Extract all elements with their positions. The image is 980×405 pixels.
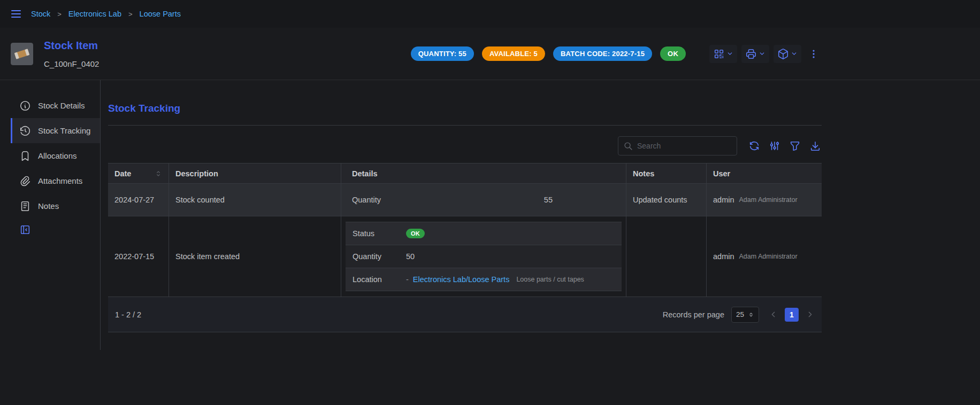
details-cell: Status OK Quantity 50 Location	[341, 216, 626, 297]
breadcrumb-stock[interactable]: Stock	[31, 10, 50, 18]
detail-key: Quantity	[352, 196, 405, 204]
column-header-details: Details	[341, 163, 626, 183]
menu-icon[interactable]	[10, 7, 22, 20]
batch-code-badge: BATCH CODE: 2022-7-15	[553, 46, 652, 61]
selector-icon	[748, 311, 754, 318]
search-box	[618, 136, 737, 155]
column-header-notes: Notes	[626, 163, 706, 183]
record-range: 1 - 2 / 2	[115, 310, 141, 319]
page-header: Stock Item C_100nF_0402 QUANTITY: 55 AVA…	[0, 28, 832, 80]
records-per-page-label: Records per page	[663, 310, 724, 319]
breadcrumb-loose-parts[interactable]: Loose Parts	[140, 10, 181, 18]
adjustments-icon[interactable]	[768, 139, 781, 152]
dots-vertical-icon	[808, 48, 820, 60]
description-cell: Stock item created	[169, 216, 341, 297]
available-badge: AVAILABLE: 5	[482, 46, 545, 61]
quantity-badge: QUANTITY: 55	[411, 46, 474, 61]
table-row: 2022-07-15 Stock item created Status OK …	[108, 216, 822, 297]
cube-icon	[777, 48, 789, 60]
refresh-icon[interactable]	[748, 139, 761, 152]
download-icon[interactable]	[809, 139, 822, 152]
more-options-button[interactable]	[806, 45, 822, 63]
breadcrumb-electronics-lab[interactable]: Electronics Lab	[68, 10, 121, 18]
barcode-actions-button[interactable]	[709, 45, 737, 63]
sidebar-item-label: Stock Tracking	[38, 126, 90, 135]
detail-value: 50	[406, 252, 415, 261]
table-toolbar	[108, 136, 822, 155]
page-1-button[interactable]: 1	[785, 308, 799, 322]
column-label: Date	[114, 169, 131, 178]
detail-row-quantity: Quantity 50	[346, 245, 622, 268]
search-input[interactable]	[637, 142, 731, 150]
detail-row-status: Status OK	[346, 222, 622, 245]
topbar: Stock > Electronics Lab > Loose Parts	[0, 0, 980, 28]
stock-item-thumbnail[interactable]	[11, 43, 33, 65]
qrcode-icon	[713, 48, 725, 60]
status-badges: QUANTITY: 55 AVAILABLE: 5 BATCH CODE: 20…	[411, 46, 686, 61]
title-block: Stock Item C_100nF_0402	[44, 40, 99, 68]
note-icon	[19, 200, 31, 212]
stock-item-name: C_100nF_0402	[44, 59, 99, 68]
history-icon	[19, 125, 31, 137]
date-cell: 2022-07-15	[108, 216, 169, 297]
details-cell: Quantity 55	[341, 184, 626, 216]
chevron-right-icon	[806, 310, 815, 319]
user-fullname: Adam Administrator	[739, 196, 798, 204]
header-actions	[709, 45, 822, 63]
table-header-row: Date Description Details Notes User	[108, 163, 822, 184]
column-header-user: User	[706, 163, 822, 183]
stock-operations-button[interactable]	[774, 45, 801, 63]
sidebar-item-notes[interactable]: Notes	[11, 193, 100, 219]
location-description: Loose parts / cut tapes	[516, 276, 584, 283]
chevron-down-icon	[726, 50, 733, 57]
column-label: Details	[352, 169, 378, 178]
detail-value-prefix: -	[406, 275, 409, 284]
detail-key: Quantity	[353, 252, 406, 261]
column-header-description: Description	[169, 163, 341, 183]
panel-heading: Stock Tracking	[108, 103, 822, 114]
filter-icon[interactable]	[788, 139, 801, 152]
username: admin	[713, 252, 734, 261]
ok-status-badge: OK	[406, 229, 425, 238]
sidebar-item-allocations[interactable]: Allocations	[11, 143, 100, 168]
stock-tracking-panel: Stock Tracking	[101, 80, 832, 350]
sort-icon	[155, 170, 162, 177]
printer-icon	[745, 48, 757, 60]
date-cell: 2024-07-27	[108, 184, 169, 216]
sidebar-item-label: Allocations	[38, 151, 77, 160]
notes-cell: Updated counts	[626, 184, 706, 216]
user-fullname: Adam Administrator	[739, 253, 798, 260]
sidebar-item-label: Attachments	[38, 176, 82, 185]
records-per-page-select[interactable]: 25	[731, 307, 759, 323]
location-link[interactable]: Electronics Lab/Loose Parts	[413, 275, 510, 284]
column-header-date[interactable]: Date	[108, 163, 169, 183]
username: admin	[713, 196, 734, 204]
sidebar-item-label: Notes	[38, 201, 59, 211]
print-actions-button[interactable]	[741, 45, 769, 63]
sidebar: Stock Details Stock Tracking Allocations…	[0, 80, 101, 350]
sidebar-collapse-icon[interactable]	[19, 224, 31, 236]
notes-cell	[626, 216, 706, 297]
column-label: Description	[175, 169, 218, 178]
next-page-button[interactable]	[806, 310, 815, 319]
breadcrumb-separator: >	[128, 10, 133, 18]
sidebar-item-stock-details[interactable]: Stock Details	[11, 93, 100, 118]
stock-tracking-table: Date Description Details Notes User	[108, 163, 822, 297]
details-subtable: Status OK Quantity 50 Location	[346, 222, 622, 291]
sidebar-item-stock-tracking[interactable]: Stock Tracking	[11, 118, 100, 143]
user-cell: admin Adam Administrator	[706, 184, 822, 216]
detail-key: Status	[353, 229, 406, 238]
sidebar-item-attachments[interactable]: Attachments	[11, 168, 100, 193]
page-title: Stock Item	[44, 40, 99, 52]
pagination: 1	[769, 308, 815, 322]
detail-row-location: Location - Electronics Lab/Loose Parts L…	[346, 268, 622, 291]
previous-page-button[interactable]	[769, 310, 778, 319]
chevron-left-icon	[769, 310, 778, 319]
detail-key: Location	[353, 275, 406, 284]
search-icon	[624, 142, 633, 151]
column-label: Notes	[633, 169, 654, 178]
paperclip-icon	[19, 175, 31, 187]
ok-status-badge: OK	[660, 46, 686, 61]
page-size-value: 25	[736, 310, 744, 318]
content-layout: Stock Details Stock Tracking Allocations…	[0, 80, 832, 350]
